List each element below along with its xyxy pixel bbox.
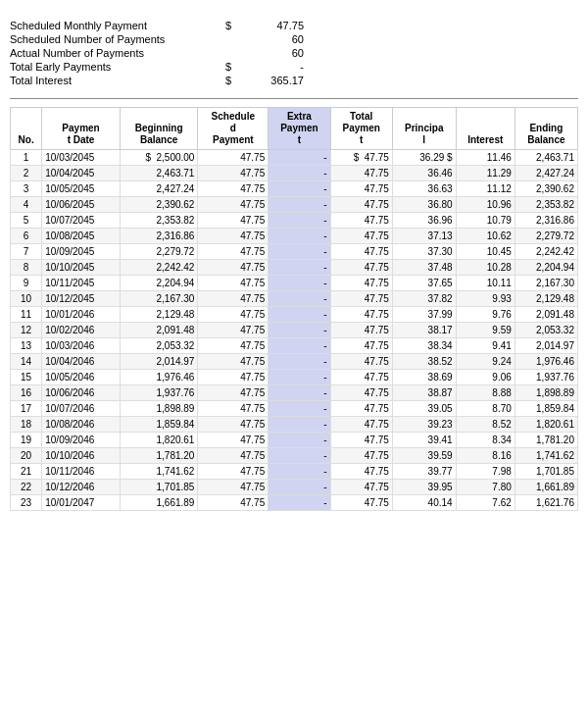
summary-label-total-interest: Total Interest <box>10 75 225 86</box>
cell-beginning-balance: 2,242.42 <box>120 260 198 276</box>
cell-date: 10/03/2046 <box>42 338 121 354</box>
cell-extra-payment: - <box>269 197 330 213</box>
cell-no: 13 <box>11 338 42 354</box>
cell-beginning-balance: 2,390.62 <box>120 197 198 213</box>
cell-no: 11 <box>11 307 42 323</box>
cell-ending-balance: 2,053.32 <box>514 323 577 338</box>
table-header-row: No. Payment Date BeginningBalance Schedu… <box>11 108 578 150</box>
cell-principal: 39.77 <box>392 464 456 480</box>
cell-principal: 39.23 <box>392 417 456 433</box>
cell-total-payment: 47.75 <box>330 260 392 276</box>
summary-row-actual-payments: Actual Number of Payments 60 <box>10 47 578 59</box>
table-row: 1610/06/20461,937.7647.75-47.7538.878.88… <box>11 385 578 401</box>
cell-ending-balance: 2,014.97 <box>514 338 577 354</box>
summary-row-early-payments: Total Early Payments $ - <box>10 61 578 73</box>
cell-extra-payment: - <box>269 276 330 291</box>
cell-date: 10/08/2046 <box>42 417 121 433</box>
cell-scheduled-payment: 47.75 <box>198 244 269 260</box>
table-row: 510/07/20452,353.8247.75-47.7536.9610.79… <box>11 213 578 229</box>
summary-row-total-interest: Total Interest $ 365.17 <box>10 75 578 86</box>
summary-row-monthly-payment: Scheduled Monthly Payment $ 47.75 <box>10 20 578 31</box>
cell-interest: 7.62 <box>456 495 514 511</box>
cell-interest: 11.12 <box>456 181 514 197</box>
cell-extra-payment: - <box>269 338 330 354</box>
cell-scheduled-payment: 47.75 <box>198 338 269 354</box>
cell-scheduled-payment: 47.75 <box>198 260 269 276</box>
cell-date: 10/01/2047 <box>42 495 121 511</box>
cell-interest: 9.41 <box>456 338 514 354</box>
summary-value-actual-payments: 60 <box>245 47 304 59</box>
cell-date: 10/04/2045 <box>42 166 121 181</box>
cell-interest: 8.34 <box>456 433 514 448</box>
cell-no: 10 <box>11 291 42 307</box>
cell-scheduled-payment: 47.75 <box>198 197 269 213</box>
cell-date: 10/05/2045 <box>42 181 121 197</box>
col-header-payment-date: Payment Date <box>42 108 121 150</box>
cell-interest: 10.28 <box>456 260 514 276</box>
cell-scheduled-payment: 47.75 <box>198 495 269 511</box>
cell-principal: 38.87 <box>392 385 456 401</box>
summary-row-scheduled-payments: Scheduled Number of Payments 60 <box>10 33 578 45</box>
summary-currency-early-payments: $ <box>225 61 245 73</box>
cell-date: 10/09/2046 <box>42 433 121 448</box>
table-row: 2310/01/20471,661.8947.75-47.7540.147.62… <box>11 495 578 511</box>
cell-total-payment: 47.75 <box>330 229 392 244</box>
cell-beginning-balance: 2,427.24 <box>120 181 198 197</box>
cell-no: 9 <box>11 276 42 291</box>
cell-extra-payment: - <box>269 480 330 495</box>
cell-ending-balance: 1,621.76 <box>514 495 577 511</box>
cell-ending-balance: 2,091.48 <box>514 307 577 323</box>
cell-scheduled-payment: 47.75 <box>198 354 269 370</box>
cell-no: 14 <box>11 354 42 370</box>
cell-date: 10/01/2046 <box>42 307 121 323</box>
cell-beginning-balance: 2,014.97 <box>120 354 198 370</box>
cell-extra-payment: - <box>269 166 330 181</box>
cell-principal: 39.05 <box>392 401 456 417</box>
cell-beginning-balance: 1,781.20 <box>120 448 198 464</box>
cell-interest: 10.96 <box>456 197 514 213</box>
cell-ending-balance: 2,242.42 <box>514 244 577 260</box>
table-row: 1710/07/20461,898.8947.75-47.7539.058.70… <box>11 401 578 417</box>
cell-interest: 9.59 <box>456 323 514 338</box>
cell-principal: 38.34 <box>392 338 456 354</box>
table-row: 310/05/20452,427.2447.75-47.7536.6311.12… <box>11 181 578 197</box>
cell-no: 23 <box>11 495 42 511</box>
cell-beginning-balance: 1,661.89 <box>120 495 198 511</box>
cell-total-payment: 47.75 <box>330 401 392 417</box>
cell-extra-payment: - <box>269 401 330 417</box>
cell-date: 10/10/2045 <box>42 260 121 276</box>
cell-interest: 7.98 <box>456 464 514 480</box>
cell-scheduled-payment: 47.75 <box>198 323 269 338</box>
cell-ending-balance: 2,167.30 <box>514 276 577 291</box>
table-row: 1310/03/20462,053.3247.75-47.7538.349.41… <box>11 338 578 354</box>
cell-principal: 37.48 <box>392 260 456 276</box>
summary-value-total-interest: 365.17 <box>245 75 304 86</box>
cell-extra-payment: - <box>269 307 330 323</box>
cell-date: 10/04/2046 <box>42 354 121 370</box>
cell-total-payment: 47.75 <box>330 385 392 401</box>
cell-no: 1 <box>11 150 42 166</box>
cell-date: 10/03/2045 <box>42 150 121 166</box>
cell-extra-payment: - <box>269 495 330 511</box>
cell-date: 10/02/2046 <box>42 323 121 338</box>
cell-ending-balance: 1,898.89 <box>514 385 577 401</box>
cell-total-payment: 47.75 <box>330 244 392 260</box>
cell-interest: 10.62 <box>456 229 514 244</box>
cell-extra-payment: - <box>269 229 330 244</box>
cell-date: 10/07/2046 <box>42 401 121 417</box>
table-row: 2010/10/20461,781.2047.75-47.7539.598.16… <box>11 448 578 464</box>
cell-interest: 11.46 <box>456 150 514 166</box>
cell-total-payment: $ 47.75 <box>330 150 392 166</box>
cell-ending-balance: 2,316.86 <box>514 213 577 229</box>
cell-extra-payment: - <box>269 260 330 276</box>
cell-total-payment: 47.75 <box>330 480 392 495</box>
cell-principal: 36.80 <box>392 197 456 213</box>
cell-total-payment: 47.75 <box>330 291 392 307</box>
cell-total-payment: 47.75 <box>330 197 392 213</box>
cell-date: 10/09/2045 <box>42 244 121 260</box>
col-header-interest: Interest <box>456 108 514 150</box>
col-header-beginning-balance: BeginningBalance <box>120 108 198 150</box>
cell-date: 10/10/2046 <box>42 448 121 464</box>
cell-total-payment: 47.75 <box>330 417 392 433</box>
cell-date: 10/12/2045 <box>42 291 121 307</box>
